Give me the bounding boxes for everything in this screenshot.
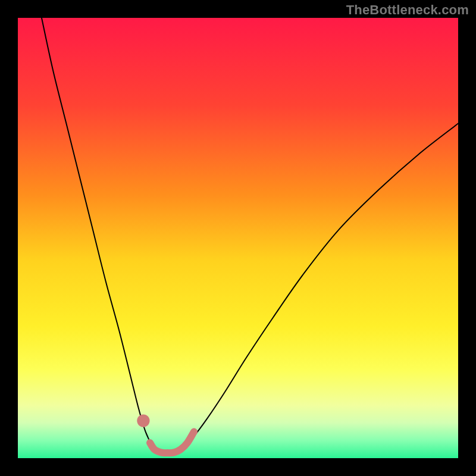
gradient-background bbox=[18, 18, 458, 458]
plot-area bbox=[18, 18, 458, 458]
isolated-dot bbox=[137, 414, 149, 427]
watermark-label: TheBottleneck.com bbox=[346, 2, 469, 18]
chart-svg bbox=[18, 18, 458, 458]
figure-root: TheBottleneck.com bbox=[0, 0, 476, 476]
